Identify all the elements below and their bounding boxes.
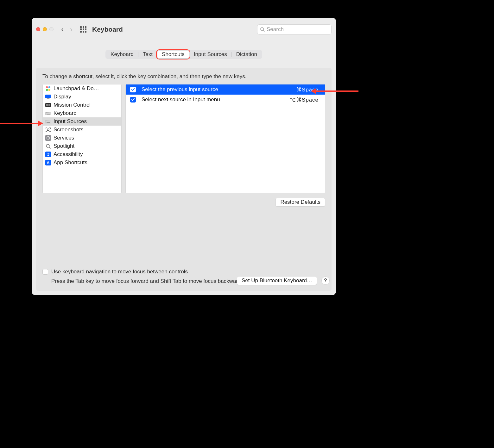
preferences-window: ‹ › Keyboard Search Keyboard Text Shortc… — [32, 18, 336, 295]
help-button[interactable]: ? — [321, 277, 330, 285]
sidebar-item-display[interactable]: Display — [43, 93, 121, 101]
panel-hint: To change a shortcut, select it, click t… — [42, 73, 325, 80]
tab-dictation[interactable]: Dictation — [232, 51, 262, 58]
tab-text[interactable]: Text — [138, 51, 157, 58]
annotation-arrow-right — [312, 90, 358, 92]
checkbox-icon[interactable] — [130, 97, 136, 103]
window-title: Keyboard — [92, 26, 123, 33]
svg-rect-3 — [48, 86, 50, 88]
shortcut-key[interactable]: ⌥⌘Space — [289, 96, 320, 103]
screenshot-icon — [45, 127, 51, 133]
titlebar: ‹ › Keyboard Search — [32, 18, 336, 41]
shortcuts-panel: To change a shortcut, select it, click t… — [36, 68, 332, 291]
accessibility-icon — [45, 152, 51, 157]
close-icon[interactable] — [36, 27, 40, 31]
search-icon — [260, 27, 265, 32]
svg-rect-5 — [48, 89, 50, 91]
restore-defaults-button[interactable]: Restore Defaults — [276, 198, 325, 207]
search-placeholder: Search — [267, 26, 284, 33]
keyboard-icon — [45, 119, 51, 124]
display-icon — [45, 94, 51, 100]
spotlight-icon — [45, 143, 51, 149]
sidebar-item-launchpad[interactable]: Launchpad & Do… — [43, 84, 121, 93]
sidebar-item-label: Services — [54, 135, 74, 141]
svg-rect-25 — [49, 121, 49, 121]
svg-rect-2 — [46, 86, 48, 88]
services-icon — [45, 135, 51, 141]
shortcut-key[interactable]: ⌘Space — [296, 86, 320, 93]
sidebar-item-label: Display — [54, 94, 71, 100]
svg-point-28 — [47, 129, 49, 131]
content-area: Keyboard Text Shortcuts Input Sources Di… — [36, 41, 332, 291]
sidebar-item-mission-control[interactable]: Mission Control — [43, 101, 121, 109]
svg-rect-8 — [47, 99, 50, 99]
shortcut-detail-list[interactable]: Select the previous input source ⌘Space … — [125, 84, 325, 193]
sidebar-item-label: Spotlight — [54, 143, 74, 149]
sidebar-item-accessibility[interactable]: Accessibility — [43, 150, 121, 159]
svg-rect-4 — [46, 89, 48, 91]
sidebar-item-services[interactable]: Services — [43, 134, 121, 142]
tab-strip: Keyboard Text Shortcuts Input Sources Di… — [36, 41, 332, 59]
svg-point-30 — [48, 138, 49, 139]
bluetooth-keyboard-button[interactable]: Set Up Bluetooth Keyboard… — [237, 276, 317, 285]
keyboard-nav-label: Use keyboard navigation to move focus be… — [51, 269, 188, 275]
back-button[interactable]: ‹ — [61, 25, 64, 34]
keyboard-nav-checkbox[interactable] — [42, 269, 48, 275]
tab-keyboard[interactable]: Keyboard — [106, 51, 138, 58]
shortcut-row[interactable]: Select the previous input source ⌘Space — [126, 84, 325, 95]
svg-rect-26 — [50, 121, 50, 121]
nav-arrows: ‹ › — [61, 25, 73, 34]
shortcut-row[interactable]: Select next source in Input menu ⌥⌘Space — [126, 95, 325, 105]
shortcut-label: Select the previous input source — [142, 86, 290, 93]
svg-line-32 — [49, 147, 50, 148]
segmented-control: Keyboard Text Shortcuts Input Sources Di… — [105, 50, 262, 59]
svg-rect-10 — [46, 104, 48, 105]
sidebar-item-input-sources[interactable]: Input Sources — [43, 117, 121, 126]
sidebar-item-label: Screenshots — [54, 127, 84, 133]
search-input[interactable]: Search — [257, 24, 332, 34]
svg-rect-17 — [48, 112, 48, 113]
checkbox-icon[interactable] — [130, 87, 136, 92]
svg-rect-24 — [48, 121, 48, 121]
sidebar-item-label: Accessibility — [54, 151, 83, 158]
minimize-icon[interactable] — [43, 27, 47, 31]
window-controls — [36, 27, 54, 31]
svg-rect-16 — [47, 112, 48, 113]
svg-rect-15 — [46, 112, 47, 113]
svg-rect-27 — [47, 122, 50, 123]
tab-shortcuts[interactable]: Shortcuts — [157, 51, 189, 58]
svg-rect-6 — [45, 95, 51, 98]
shortcut-label: Select next source in Input menu — [142, 96, 284, 103]
sidebar-item-label: App Shortcuts — [54, 159, 87, 166]
svg-rect-14 — [45, 112, 51, 115]
sidebar-item-screenshots[interactable]: Screenshots — [43, 126, 121, 134]
svg-rect-9 — [45, 103, 51, 107]
sidebar-item-app-shortcuts[interactable]: A App Shortcuts — [43, 159, 121, 167]
app-icon: A — [45, 160, 51, 165]
mission-control-icon — [45, 102, 51, 108]
tab-input-sources[interactable]: Input Sources — [189, 51, 231, 58]
svg-rect-18 — [49, 112, 49, 113]
category-list[interactable]: Launchpad & Do… Display Mission Control — [42, 84, 122, 193]
sidebar-item-spotlight[interactable]: Spotlight — [43, 142, 121, 150]
sidebar-item-keyboard[interactable]: Keyboard — [43, 109, 121, 117]
forward-button[interactable]: › — [70, 25, 73, 34]
sidebar-item-label: Mission Control — [54, 102, 91, 108]
annotation-arrow-left — [0, 123, 42, 124]
svg-rect-21 — [45, 120, 51, 123]
svg-point-33 — [48, 153, 49, 154]
svg-rect-7 — [47, 98, 49, 99]
sidebar-item-label: Launchpad & Do… — [54, 85, 99, 92]
svg-rect-19 — [50, 112, 50, 113]
svg-rect-20 — [47, 114, 50, 115]
svg-rect-13 — [48, 105, 50, 106]
svg-rect-23 — [47, 121, 48, 121]
svg-line-1 — [263, 30, 264, 31]
keyboard-icon — [45, 110, 51, 116]
svg-rect-22 — [46, 121, 47, 121]
zoom-icon[interactable] — [49, 27, 54, 31]
sidebar-item-label: Keyboard — [54, 110, 77, 116]
svg-rect-12 — [46, 105, 48, 106]
show-all-icon[interactable] — [80, 26, 86, 33]
launchpad-icon — [45, 86, 51, 91]
